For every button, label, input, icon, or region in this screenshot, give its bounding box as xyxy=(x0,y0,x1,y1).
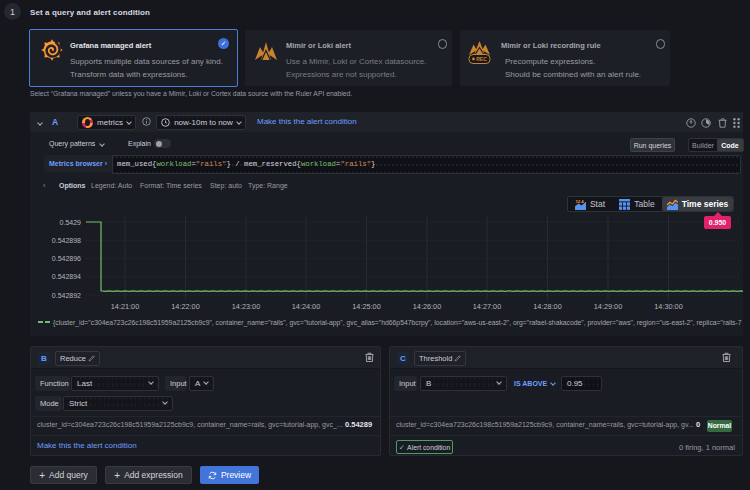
svg-text:14:27:00: 14:27:00 xyxy=(473,302,501,311)
svg-text:14:22:00: 14:22:00 xyxy=(171,302,199,311)
svg-text:0.5429: 0.5429 xyxy=(60,219,82,226)
svg-text:0.542898: 0.542898 xyxy=(52,237,81,244)
svg-text:14:30:00: 14:30:00 xyxy=(654,302,682,311)
svg-text:14:23:00: 14:23:00 xyxy=(232,302,260,311)
svg-text:14:24:00: 14:24:00 xyxy=(292,302,320,311)
svg-text:0.542894: 0.542894 xyxy=(52,273,81,280)
svg-text:{cluster_id="c304ea723c26c198c: {cluster_id="c304ea723c26c198c51959a2125… xyxy=(53,319,742,327)
svg-text:14:29:00: 14:29:00 xyxy=(594,302,622,311)
svg-text:14:25:00: 14:25:00 xyxy=(352,302,380,311)
svg-text:14:26:00: 14:26:00 xyxy=(413,302,441,311)
svg-text:14:21:00: 14:21:00 xyxy=(111,302,139,311)
svg-text:14:28:00: 14:28:00 xyxy=(533,302,561,311)
svg-text:REC: REC xyxy=(476,56,487,62)
svg-text:0.542892: 0.542892 xyxy=(52,292,81,299)
svg-text:0.542896: 0.542896 xyxy=(52,255,81,262)
